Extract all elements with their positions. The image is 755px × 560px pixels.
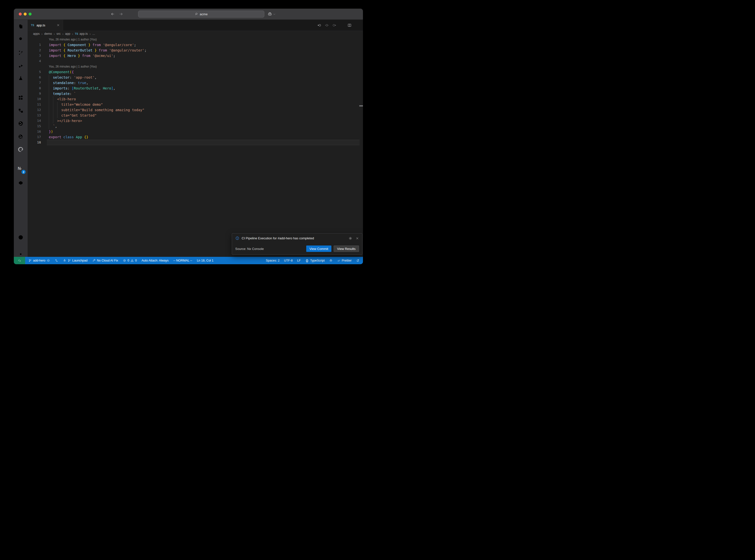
activitybar-item-explorer[interactable] [18,23,24,29]
activitybar-item-graph-search[interactable] [18,134,24,140]
code-line-18[interactable]: 18 [27,140,363,145]
code-line-6[interactable]: 6 selector: 'app-root', [27,75,363,80]
status-bar: add-heroLaunchpadNx Cloud AI Fix00Auto A… [14,257,363,264]
statusbar-item-problems[interactable]: 00 [123,259,137,262]
statusbar-item-language-mode[interactable]: {}TypeScript [305,259,325,262]
activitybar-item-nx-console[interactable]: N›2 [18,166,24,172]
activitybar-item-extensions[interactable] [18,95,24,101]
code-line-7[interactable]: 7 standalone: true, [27,80,363,85]
nx-graph-circled-icon[interactable] [339,23,344,27]
code-line-15[interactable]: 15 `, [27,123,363,129]
remote-indicator[interactable] [14,257,25,264]
code-line-4[interactable]: 4 [27,58,363,64]
activitybar-item-references[interactable] [18,108,24,114]
tab-app-ts[interactable]: TS app.ts [27,20,63,31]
toggle-panel-icon[interactable] [345,12,349,16]
code-line-12[interactable]: 12 subtitle="Build something amazing tod… [27,107,363,113]
bell-dot-icon [356,259,359,262]
code-line-3[interactable]: 3import { Hero } from '@acme/ui'; [27,53,363,58]
line-text: import { Hero } from '@acme/ui'; [41,53,115,58]
nav-circle-icon[interactable] [325,23,329,27]
close-tab-icon[interactable] [57,23,60,27]
statusbar-item-auto-attach[interactable]: Auto Attach: Always [141,259,168,262]
line-text: subtitle="Build something amazing today" [41,107,144,113]
notification-settings-gear-icon[interactable] [349,236,352,240]
code-line-8[interactable]: 8 imports: [RouterOutlet, Hero], [27,85,363,91]
statusbar-item-copilot-status[interactable] [329,259,333,262]
activitybar-item-edge-browser[interactable] [18,146,24,152]
statusbar-item-launchpad[interactable]: Launchpad [63,259,87,262]
statusbar-item-eol[interactable]: LF [297,259,301,262]
code-line-13[interactable]: 13 cta="Get Started" [27,113,363,118]
statusbar-item-indentation[interactable]: Spaces: 2 [266,259,280,262]
statusbar-item-git-graph[interactable] [55,259,58,262]
activitybar-item-run-and-debug[interactable] [18,63,24,69]
code-line-5[interactable]: 5@Component({ [27,69,363,75]
customize-layout-icon[interactable] [329,12,333,16]
breadcrumb-file[interactable]: TSapp.ts [75,32,88,36]
breadcrumb-separator: › [90,32,91,36]
breadcrumb-separator: › [72,32,73,36]
statusbar-item-notifications[interactable] [356,259,359,262]
activitybar-item-source-control[interactable] [18,50,24,56]
notification-close-icon[interactable] [356,237,359,240]
breadcrumb-item-apps[interactable]: apps [33,32,40,36]
activitybar-item-testing[interactable] [18,75,24,81]
code-line-2[interactable]: 2import { RouterOutlet } from '@angular/… [27,47,363,53]
code-line-16[interactable]: 16}) [27,129,363,134]
statusbar-item-nx-cloud-ai-fix[interactable]: Nx Cloud AI Fix [92,259,118,262]
label: Launchpad [72,259,87,262]
line-text: cta="Get Started" [41,113,97,118]
code-line-1[interactable]: 1import { Component } from '@angular/cor… [27,42,363,47]
blame-annotation[interactable]: You, 26 minutes ago | 1 author (You) [27,64,363,69]
code-line-14[interactable]: 14 ></lib-hero> [27,118,363,123]
line-text: }) [41,129,53,134]
double-check-icon [337,259,340,262]
statusbar-item-vim-mode[interactable]: -- NORMAL -- [173,259,192,262]
copilot-menu[interactable] [267,8,276,19]
view-results-button[interactable]: View Results [334,245,359,252]
activitybar-item-accounts[interactable] [18,234,24,240]
statusbar-item-cursor-position[interactable]: Ln 18, Col 1 [197,259,213,262]
activitybar-item-search[interactable] [18,36,24,42]
nav-back-circle-icon[interactable] [317,23,321,27]
toggle-secondary-sidebar-icon[interactable] [353,12,357,16]
breadcrumb-separator: › [62,32,63,36]
label: 0 [127,259,129,262]
code-line-9[interactable]: 9 template: ` [27,91,363,96]
statusbar-item-encoding[interactable]: UTF-8 [284,259,293,262]
code-line-17[interactable]: 17export class App {} [27,134,363,140]
command-center-search[interactable]: acme [138,11,264,18]
code-line-11[interactable]: 11 title="Welcmoe demo" [27,102,363,107]
line-number: 10 [27,96,41,102]
activitybar-item-settings[interactable] [18,251,24,257]
forward-arrow-icon[interactable] [119,12,123,16]
breadcrumb-item-demo[interactable]: demo [44,32,52,36]
blame-annotation[interactable]: You, 26 minutes ago | 1 author (You) [27,37,363,42]
minimize-window-button[interactable] [24,13,27,16]
error-icon [123,259,126,262]
notification-source: Source: Nx Console [235,247,264,251]
breadcrumb-more[interactable]: ... [93,32,95,36]
view-commit-button[interactable]: View Commit [306,245,331,252]
code-editor[interactable]: You, 26 minutes ago | 1 author (You)1imp… [27,37,363,257]
split-editor-icon[interactable] [347,23,352,27]
code-line-10[interactable]: 10 <lib-hero [27,96,363,102]
close-window-button[interactable] [19,13,22,16]
statusbar-item-git-branch[interactable]: add-hero [28,259,50,262]
line-number: 11 [27,102,41,107]
activitybar-item-nx-project-graph[interactable] [18,121,24,126]
maximize-window-button[interactable] [28,13,32,16]
line-text: template: ` [41,91,76,96]
more-actions-icon[interactable] [355,23,359,27]
toggle-primary-sidebar-icon[interactable] [337,12,341,16]
breadcrumb-item-src[interactable]: src [57,32,61,36]
statusbar-item-prettier[interactable]: Prettier [337,259,352,262]
line-text: selector: 'app-root', [41,75,97,80]
activitybar-item-containers[interactable] [18,180,24,186]
nav-forward-circle-icon[interactable] [332,23,336,27]
typescript-file-icon: TS [31,23,35,27]
breadcrumb: apps›demo›src›app›TSapp.ts›... [27,31,363,37]
back-arrow-icon[interactable] [111,12,115,16]
breadcrumb-item-app[interactable]: app [65,32,70,36]
